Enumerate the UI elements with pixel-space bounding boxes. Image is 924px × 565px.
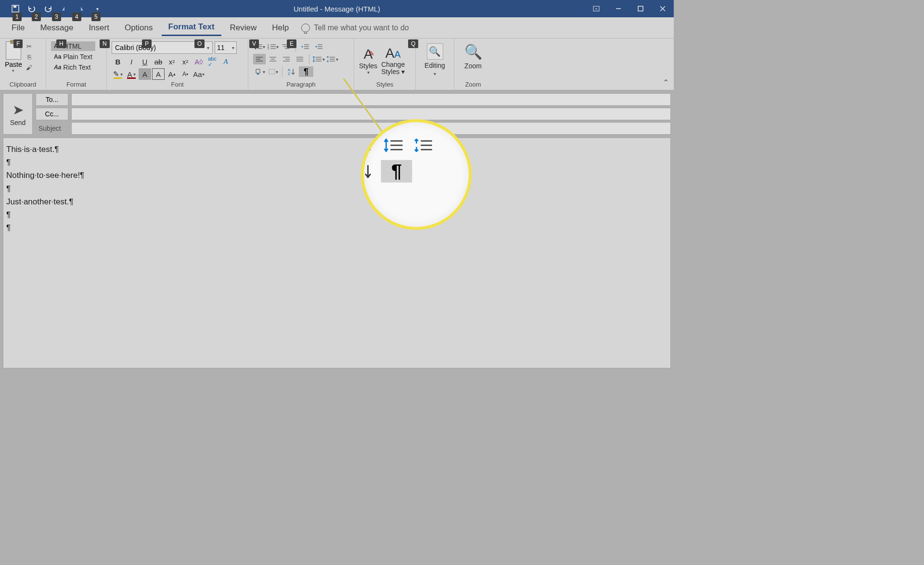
line-spacing-button[interactable]: ▾ [312,54,325,64]
group-label-styles: Styles [359,80,411,89]
maximize-icon[interactable] [629,0,652,17]
svg-rect-1 [13,6,16,8]
cc-button[interactable]: Cc... [36,108,68,120]
tab-options[interactable]: Options [118,20,160,36]
align-left-button[interactable] [253,54,266,64]
zoom-show-hide-icon: ¶ [381,160,412,183]
accel-e: E [287,39,296,48]
outline-a-button[interactable]: A [152,68,165,80]
group-clipboard: Paste ▾ ✂ ⎘ 🖌 Clipboard [0,38,46,90]
format-rich-button[interactable]: AaRich Text [51,63,95,72]
fill-button[interactable]: ▾ [253,66,266,77]
align-center-button[interactable] [267,54,279,64]
accel-4: 4 [72,13,81,21]
highlight-button[interactable]: ✎▾ [112,68,124,80]
accel-1: 1 [13,13,22,21]
sort-button[interactable]: AZ [285,66,298,77]
zoom-icon: 🔍 [464,43,482,60]
increase-indent-button[interactable] [312,41,325,52]
change-styles-icon: AA [385,46,401,61]
find-icon: 🔍 [427,43,443,60]
spacing-button[interactable]: ▾ [326,54,338,64]
subject-label: Subject [36,125,68,132]
compose-area: ➤ Send To... Cc... Subject This·is·a·tes… [0,90,674,371]
font-color-button[interactable]: A▾ [125,68,138,80]
superscript-button[interactable]: x2 [179,56,192,67]
message-body[interactable]: This·is·a·test.¶ ¶ Nothing·to·see·here!¶… [3,138,671,368]
styles-icon: A✎ [364,47,373,62]
body-line: Nothing·to·see·here!¶ [6,169,667,182]
cc-input[interactable] [71,108,671,120]
minimize-icon[interactable] [607,0,629,17]
group-label-editing [421,80,449,89]
subject-input[interactable] [71,122,671,135]
shading-a-button[interactable]: A [139,68,151,80]
cut-icon[interactable]: ✂ [24,41,35,51]
tab-insert[interactable]: Insert [82,20,116,36]
svg-rect-2 [593,6,599,11]
to-input[interactable] [71,93,671,106]
group-styles: A✎ Styles ▾ AA ChangeStyles ▾ Styles [354,38,416,90]
tell-me-label: Tell me what you want to do [314,24,409,32]
zoom-line-spacing-icon [381,134,407,157]
zoom-sort-icon: AZ [361,160,377,183]
bold-button[interactable]: B [112,56,124,67]
italic-button[interactable]: I [125,56,138,67]
decrease-indent-button[interactable] [299,41,311,52]
tell-me[interactable]: Tell me what you want to do [301,24,409,32]
group-zoom: 🔍 Zoom Zoom [454,38,492,90]
title-bar: ▾ Untitled - Message (HTML) [0,0,674,17]
align-right-button[interactable] [280,54,293,64]
spellcheck-icon[interactable]: abc✓ [206,56,218,67]
subscript-button[interactable]: x2 [166,56,178,67]
body-line: ¶ [6,221,667,234]
group-editing: 🔍 Editing ▾ [416,38,454,90]
copy-icon[interactable]: ⎘ [24,52,35,62]
numbering-button[interactable]: 123▾ [267,41,279,52]
grow-font-button[interactable]: A▴ [166,68,178,80]
tab-review[interactable]: Review [223,20,264,36]
format-plain-button[interactable]: AaPlain Text [51,52,95,62]
group-font: Calibri (Body)▾ 11▾ B I U ab x2 x2 A◊ ab… [107,38,248,90]
menu-bar: File Message Insert Options Format Text … [0,17,674,38]
character-style-icon[interactable]: A [219,56,232,67]
tab-message[interactable]: Message [33,20,80,36]
zoom-spacing-icon [411,134,436,157]
body-line: ¶ [6,156,667,169]
tab-format-text[interactable]: Format Text [162,19,221,36]
borders-button[interactable]: ▾ [267,66,279,77]
accel-5: 5 [91,13,101,21]
accel-n: N [100,39,110,48]
to-button[interactable]: To... [36,93,68,106]
accel-p: P [142,39,152,48]
format-painter-icon[interactable]: 🖌 [24,63,35,72]
change-case-button[interactable]: Aa▾ [192,68,205,80]
strike-button[interactable]: ab [152,56,165,67]
accel-o: O [194,39,205,48]
accel-v: V [249,39,259,48]
collapse-ribbon-icon[interactable]: ⌃ [663,78,669,87]
window-title: Untitled - Message (HTML) [294,5,380,13]
send-icon: ➤ [13,102,24,118]
shrink-font-button[interactable]: A▾ [179,68,192,80]
show-hide-button[interactable]: ¶ [299,66,313,77]
styles-button[interactable]: A✎ Styles ▾ [359,47,377,75]
ribbon-display-icon[interactable] [585,0,607,17]
svg-rect-4 [638,6,643,11]
clear-format-button[interactable]: A◊ [192,56,205,67]
zoom-button[interactable]: 🔍 Zoom [459,41,488,72]
font-size-combo[interactable]: 11▾ [215,41,237,54]
justify-button[interactable] [294,54,306,64]
underline-button[interactable]: U [139,56,151,67]
group-label-format: Format [51,80,102,89]
change-styles-button[interactable]: AA ChangeStyles ▾ [381,46,405,76]
accel-h: H [56,39,66,48]
close-icon[interactable] [652,0,674,17]
bulb-icon [301,24,310,32]
tab-file[interactable]: File [5,20,31,36]
send-button[interactable]: ➤ Send [3,93,33,135]
body-line: Just·another·test.¶ [6,195,667,208]
group-format: AaAa HTMLHTML AaPlain Text AaRich Text F… [46,38,107,90]
tab-help[interactable]: Help [265,20,295,36]
editing-button[interactable]: 🔍 Editing ▾ [419,41,451,78]
